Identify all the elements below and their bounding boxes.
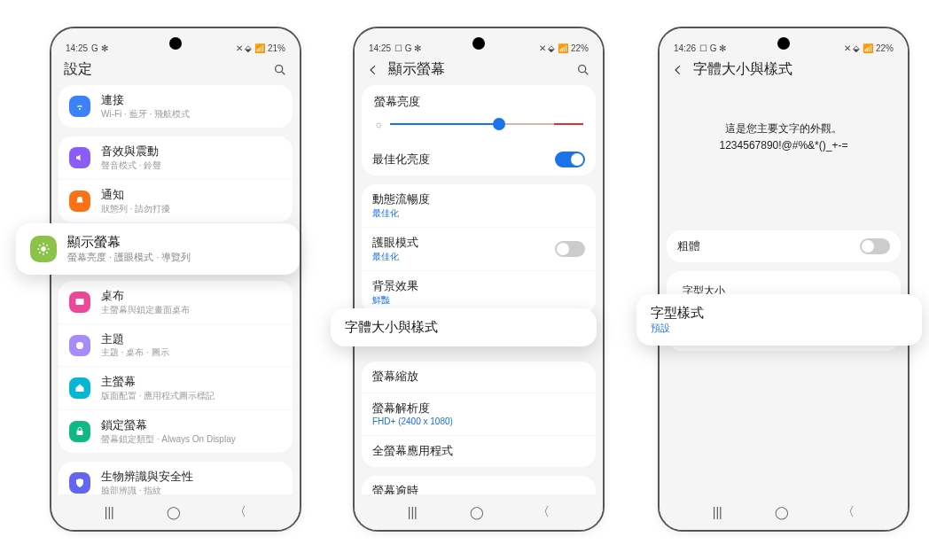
settings-row-biometrics[interactable]: 生物辨識與安全性 臉部辨識 · 指紋: [59, 462, 293, 494]
row-sub: 主螢幕與鎖定畫面桌布: [101, 304, 282, 315]
font-content[interactable]: 這是您主要文字的外觀。 1234567890!@#%&*()_+-= 粗體 字型…: [660, 85, 908, 494]
back-button[interactable]: 〈: [842, 504, 855, 520]
back-icon[interactable]: [672, 64, 684, 76]
search-icon[interactable]: [273, 63, 287, 77]
svg-point-15: [579, 65, 586, 72]
row-screen-zoom[interactable]: 螢幕縮放: [362, 362, 596, 393]
home-button[interactable]: ◯: [167, 505, 181, 519]
row-eye-comfort[interactable]: 護眼模式 最佳化: [362, 227, 596, 270]
status-right: ✕ ⬙ 📶 22%: [844, 43, 894, 53]
settings-row-themes[interactable]: 主題 主題 · 桌布 · 圖示: [59, 323, 293, 367]
back-button[interactable]: 〈: [234, 504, 246, 520]
row-title: 連接: [101, 93, 282, 108]
phone-display: 14:25 ☐ G ✻ ✕ ⬙ 📶 22% 顯示螢幕 螢幕亮度 ☼: [353, 27, 605, 532]
settings-row-lockscreen[interactable]: 鎖定螢幕 螢幕鎖定類型 · Always On Display: [59, 409, 293, 453]
preview-line-1: 這是您主要文字的外觀。: [675, 121, 892, 137]
status-carrier: ☐ G ✻: [699, 43, 726, 53]
camera-notch: [472, 37, 485, 50]
sound-icon: [69, 147, 90, 168]
row-title: 鎖定螢幕: [101, 418, 282, 433]
callout-title: 字型樣式: [651, 305, 908, 322]
row-screen-timeout[interactable]: 螢幕逾時 10 分鐘: [362, 476, 596, 494]
settings-row-connections[interactable]: 連接 Wi-Fi · 藍牙 · 飛航模式: [59, 85, 293, 128]
callout-sub: 預設: [651, 322, 908, 335]
row-title: 粗體: [677, 239, 849, 254]
home-button[interactable]: ◯: [470, 505, 484, 519]
svg-line-14: [46, 245, 47, 245]
row-title: 音效與震動: [101, 144, 282, 159]
svg-point-6: [41, 246, 45, 251]
settings-card: 音效與震動 聲音模式 · 鈴聲 通知 狀態列 · 請勿打擾: [59, 136, 293, 222]
row-sub: 狀態列 · 請勿打擾: [101, 203, 282, 214]
bell-icon: [69, 191, 90, 212]
home-icon: [69, 377, 90, 399]
home-button[interactable]: ◯: [775, 505, 789, 519]
svg-point-0: [276, 65, 283, 72]
toggle-bold[interactable]: [860, 238, 890, 254]
settings-row-notifications[interactable]: 通知 狀態列 · 請勿打擾: [59, 179, 293, 222]
recent-apps-button[interactable]: |||: [408, 505, 418, 519]
callout-title: 字體大小與樣式: [345, 319, 582, 336]
svg-rect-4: [77, 431, 83, 435]
row-sub: 最佳化: [372, 207, 585, 219]
row-title: 螢幕縮放: [372, 369, 585, 385]
back-button[interactable]: 〈: [537, 504, 550, 520]
header: 顯示螢幕: [355, 55, 603, 88]
display-list[interactable]: 螢幕亮度 ☼ 最佳化亮度 動態流暢度 最佳化: [355, 85, 603, 494]
row-fullscreen-apps[interactable]: 全螢幕應用程式: [362, 435, 596, 467]
font-preview: 這是您主要文字的外觀。 1234567890!@#%&*()_+-=: [667, 85, 901, 172]
recent-apps-button[interactable]: |||: [713, 505, 722, 519]
phone-font: 14:26 ☐ G ✻ ✕ ⬙ 📶 22% 字體大小與樣式 這是您主要文字的外觀…: [658, 27, 909, 532]
slider-thumb[interactable]: [493, 118, 505, 130]
row-title: 主題: [101, 332, 282, 347]
camera-notch: [777, 37, 790, 50]
row-text: 連接 Wi-Fi · 藍牙 · 飛航模式: [101, 93, 282, 120]
back-icon[interactable]: [367, 64, 379, 76]
row-title: 動態流暢度: [372, 192, 585, 207]
palette-icon: [69, 335, 90, 356]
callout-font-size-style[interactable]: 字體大小與樣式: [331, 308, 597, 346]
camera-notch: [169, 37, 182, 50]
settings-card: 連接 Wi-Fi · 藍牙 · 飛航模式: [59, 85, 293, 128]
row-screen-mode[interactable]: 背景效果 鮮豔: [362, 270, 596, 314]
row-sub: 螢幕鎖定類型 · Always On Display: [101, 433, 282, 445]
settings-row-wallpaper[interactable]: 桌布 主螢幕與鎖定畫面桌布: [59, 281, 293, 323]
settings-row-home[interactable]: 主螢幕 版面配置 · 應用程式圖示標記: [59, 366, 293, 409]
callout-display[interactable]: 顯示螢幕 螢幕亮度 · 護眼模式 · 導覽列: [16, 223, 300, 275]
row-title: 護眼模式: [372, 236, 544, 251]
callout-font-style[interactable]: 字型樣式 預設: [636, 294, 922, 346]
shield-icon: [69, 472, 90, 494]
svg-line-13: [39, 252, 40, 253]
header: 字體大小與樣式: [660, 55, 908, 88]
row-bold[interactable]: 粗體: [667, 230, 901, 262]
sun-icon: [30, 236, 57, 262]
row-resolution[interactable]: 螢幕解析度 FHD+ (2400 x 1080): [362, 393, 596, 436]
row-sub: FHD+ (2400 x 1080): [372, 416, 585, 427]
row-sub: 主題 · 桌布 · 圖示: [101, 346, 282, 358]
callout-title: 顯示螢幕: [67, 234, 191, 251]
settings-list[interactable]: 連接 Wi-Fi · 藍牙 · 飛航模式 音效與震動 聲音模式 · 鈴聲: [51, 85, 300, 494]
row-adaptive-brightness[interactable]: 最佳化亮度: [362, 144, 596, 175]
toggle-adaptive[interactable]: [555, 152, 585, 167]
search-icon[interactable]: [576, 63, 590, 77]
page-title: 字體大小與樣式: [693, 60, 895, 79]
callout-spacer: [667, 181, 901, 230]
settings-row-sound[interactable]: 音效與震動 聲音模式 · 鈴聲: [59, 136, 293, 179]
brightness-section: 螢幕亮度 ☼: [362, 85, 596, 144]
recent-apps-button[interactable]: |||: [105, 505, 114, 519]
sun-small-icon: ☼: [374, 119, 383, 129]
phone-settings: 14:25 G ✻ ✕ ⬙ 📶 21% 設定 連接 Wi-Fi · 藍牙 · 飛…: [50, 27, 301, 532]
page-title: 顯示螢幕: [388, 60, 567, 79]
page-title: 設定: [64, 60, 264, 79]
brightness-label: 螢幕亮度: [374, 94, 583, 110]
status-carrier: ☐ G ✻: [394, 43, 421, 53]
toggle-eye-comfort[interactable]: [555, 241, 585, 257]
row-title: 通知: [101, 188, 282, 203]
status-time: 14:26: [674, 43, 696, 53]
brightness-slider[interactable]: [390, 123, 583, 125]
row-title: 最佳化亮度: [372, 152, 544, 167]
android-navbar: ||| ◯ 〈: [51, 494, 300, 530]
lock-icon: [69, 421, 90, 442]
row-motion-smoothness[interactable]: 動態流暢度 最佳化: [362, 184, 596, 227]
row-sub: Wi-Fi · 藍牙 · 飛航模式: [101, 108, 282, 120]
